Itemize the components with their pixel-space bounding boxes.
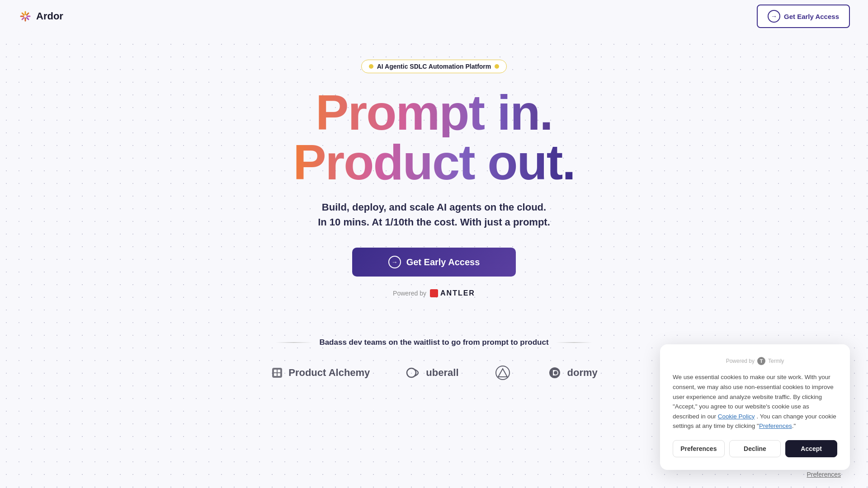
divider-line-right: [556, 342, 592, 343]
cookie-preferences-link[interactable]: Preferences: [759, 422, 792, 429]
svg-rect-8: [272, 368, 282, 378]
uberall-name: uberall: [426, 367, 458, 379]
svg-marker-15: [498, 369, 507, 377]
svg-line-5: [27, 18, 28, 19]
logo-product-alchemy: Product Alchemy: [270, 366, 370, 380]
svg-line-4: [22, 13, 24, 15]
svg-rect-12: [278, 373, 280, 376]
ardor-logo-icon: [18, 9, 33, 23]
brand-name: Ardor: [36, 10, 63, 22]
product-alchemy-icon: [270, 366, 284, 380]
badge-dot-left: [369, 64, 373, 69]
waitlist-divider: Badass dev teams on the waitlist to go f…: [276, 338, 592, 347]
hero-headline: Prompt in. Product out.: [293, 88, 575, 187]
hero-cta-arrow-icon: →: [388, 256, 401, 268]
termly-name: Termly: [768, 358, 784, 364]
termly-powered: Powered by T Termly: [673, 357, 837, 365]
hero-subline1: Build, deploy, and scale AI agents on th…: [322, 202, 546, 213]
hero-subline2: In 10 mins. At 1/10th the cost. With jus…: [318, 216, 550, 228]
nav-cta-label: Get Early Access: [784, 13, 839, 20]
cookie-decline-button[interactable]: Decline: [729, 440, 781, 457]
hero-section: AI Agentic SDLC Automation Platform Prom…: [0, 33, 868, 338]
termly-icon: T: [757, 357, 765, 365]
triangle-icon: [495, 365, 510, 380]
cookie-policy-link[interactable]: Cookie Policy: [718, 413, 755, 420]
navbar: Ardor → Get Early Access: [0, 0, 868, 33]
uberall-icon: [406, 366, 421, 380]
powered-by-label: Powered by: [393, 290, 426, 297]
nav-cta-arrow-icon: →: [768, 10, 780, 23]
svg-rect-9: [274, 370, 277, 372]
dormy-icon: [547, 366, 563, 380]
cookie-body-end: .": [792, 422, 796, 429]
svg-point-17: [554, 371, 557, 375]
antler-logo: ANTLER: [430, 289, 475, 297]
hero-subtext: Build, deploy, and scale AI agents on th…: [318, 200, 550, 230]
badge: AI Agentic SDLC Automation Platform: [361, 60, 507, 73]
cookie-banner: Powered by T Termly We use essential coo…: [660, 344, 850, 470]
powered-by: Powered by ANTLER: [393, 289, 475, 297]
antler-square-icon: [430, 289, 438, 297]
logo-dormy: dormy: [547, 366, 598, 380]
badge-text: AI Agentic SDLC Automation Platform: [377, 63, 491, 70]
svg-rect-11: [274, 373, 277, 376]
antler-name: ANTLER: [440, 289, 475, 297]
hero-cta-label: Get Early Access: [406, 257, 480, 267]
main-content: AI Agentic SDLC Automation Platform Prom…: [0, 0, 868, 399]
headline-line1: Prompt in.: [293, 88, 575, 137]
hero-cta-button[interactable]: → Get Early Access: [352, 248, 516, 277]
logo-uberall: uberall: [406, 366, 458, 380]
divider-line-left: [276, 342, 312, 343]
badge-dot-right: [495, 64, 499, 69]
logo[interactable]: Ardor: [18, 9, 63, 23]
footer-preferences-link[interactable]: Preferences: [807, 471, 841, 478]
cookie-preferences-button[interactable]: Preferences: [673, 440, 725, 457]
headline-line2: Product out.: [293, 137, 575, 187]
logo-triangle: [495, 365, 510, 380]
termly-powered-label: Powered by: [726, 358, 755, 364]
cookie-accept-button[interactable]: Accept: [785, 440, 837, 457]
svg-line-6: [27, 13, 28, 15]
cookie-body-text: We use essential cookies to make our sit…: [673, 372, 837, 431]
cookie-buttons: Preferences Decline Accept: [673, 440, 837, 457]
svg-line-7: [22, 18, 24, 19]
svg-rect-10: [278, 370, 280, 372]
dormy-name: dormy: [567, 367, 598, 379]
product-alchemy-name: Product Alchemy: [288, 367, 370, 379]
logos-grid: Product Alchemy uberall: [163, 365, 705, 380]
nav-cta-button[interactable]: → Get Early Access: [757, 5, 850, 28]
waitlist-text: Badass dev teams on the waitlist to go f…: [319, 338, 548, 347]
